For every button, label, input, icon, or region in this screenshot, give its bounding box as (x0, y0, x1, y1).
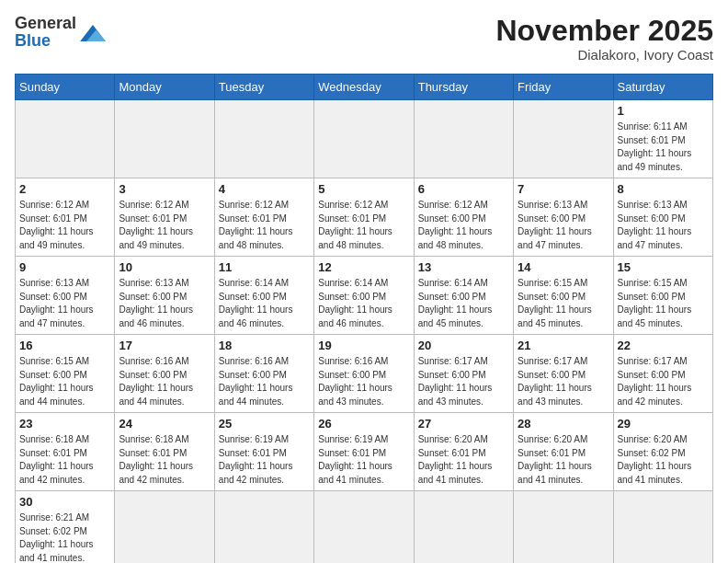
day-info: Sunrise: 6:18 AMSunset: 6:01 PMDaylight:… (19, 433, 110, 487)
calendar-cell (214, 100, 313, 178)
day-number: 1 (618, 104, 709, 118)
location: Dialakoro, Ivory Coast (495, 47, 713, 63)
calendar-week-row: 2Sunrise: 6:12 AMSunset: 6:01 PMDaylight… (16, 178, 713, 257)
day-info: Sunrise: 6:20 AMSunset: 6:01 PMDaylight:… (518, 433, 609, 487)
day-number: 15 (618, 260, 709, 274)
calendar-table: SundayMondayTuesdayWednesdayThursdayFrid… (15, 74, 713, 563)
weekday-row: SundayMondayTuesdayWednesdayThursdayFrid… (16, 75, 713, 100)
day-info: Sunrise: 6:12 AMSunset: 6:01 PMDaylight:… (19, 199, 110, 252)
day-number: 21 (518, 339, 609, 352)
day-info: Sunrise: 6:12 AMSunset: 6:01 PMDaylight:… (318, 199, 409, 252)
day-number: 2 (19, 182, 110, 196)
weekday-header: Sunday (16, 75, 115, 100)
day-info: Sunrise: 6:13 AMSunset: 6:00 PMDaylight:… (618, 199, 709, 252)
day-info: Sunrise: 6:14 AMSunset: 6:00 PMDaylight:… (318, 277, 409, 330)
day-number: 22 (618, 339, 709, 352)
calendar-cell: 29Sunrise: 6:20 AMSunset: 6:02 PMDayligh… (613, 413, 712, 491)
day-info: Sunrise: 6:21 AMSunset: 6:02 PMDaylight:… (19, 511, 110, 563)
calendar-cell: 24Sunrise: 6:18 AMSunset: 6:01 PMDayligh… (115, 413, 214, 491)
calendar-cell: 17Sunrise: 6:16 AMSunset: 6:00 PMDayligh… (115, 335, 214, 413)
calendar-cell: 14Sunrise: 6:15 AMSunset: 6:00 PMDayligh… (514, 257, 613, 335)
calendar-week-row: 9Sunrise: 6:13 AMSunset: 6:00 PMDaylight… (16, 257, 713, 335)
weekday-header: Monday (115, 75, 214, 100)
day-info: Sunrise: 6:17 AMSunset: 6:00 PMDaylight:… (418, 355, 509, 408)
month-year: November 2025 (495, 15, 713, 47)
day-info: Sunrise: 6:17 AMSunset: 6:00 PMDaylight:… (518, 355, 609, 408)
calendar-cell: 16Sunrise: 6:15 AMSunset: 6:00 PMDayligh… (16, 335, 115, 413)
day-number: 4 (219, 182, 310, 196)
day-number: 25 (219, 417, 310, 431)
calendar-cell: 20Sunrise: 6:17 AMSunset: 6:00 PMDayligh… (414, 335, 513, 413)
calendar-cell (514, 491, 613, 563)
day-info: Sunrise: 6:19 AMSunset: 6:01 PMDaylight:… (219, 433, 310, 487)
calendar-cell: 21Sunrise: 6:17 AMSunset: 6:00 PMDayligh… (514, 335, 613, 413)
calendar-cell: 1Sunrise: 6:11 AMSunset: 6:01 PMDaylight… (613, 100, 712, 178)
calendar-body: 1Sunrise: 6:11 AMSunset: 6:01 PMDaylight… (16, 100, 713, 563)
day-number: 3 (119, 182, 210, 196)
day-number: 18 (219, 339, 310, 352)
day-number: 30 (19, 495, 110, 509)
day-number: 23 (19, 417, 110, 431)
calendar-cell: 19Sunrise: 6:16 AMSunset: 6:00 PMDayligh… (314, 335, 414, 413)
weekday-header: Wednesday (314, 75, 414, 100)
day-info: Sunrise: 6:16 AMSunset: 6:00 PMDaylight:… (219, 355, 310, 408)
day-number: 28 (518, 417, 609, 431)
logo-icon (80, 25, 106, 41)
day-info: Sunrise: 6:18 AMSunset: 6:01 PMDaylight:… (119, 433, 210, 487)
day-info: Sunrise: 6:20 AMSunset: 6:02 PMDaylight:… (618, 433, 709, 487)
calendar-cell (115, 491, 214, 563)
day-info: Sunrise: 6:17 AMSunset: 6:00 PMDaylight:… (618, 355, 709, 408)
calendar-week-row: 16Sunrise: 6:15 AMSunset: 6:00 PMDayligh… (16, 335, 713, 413)
calendar-cell (314, 100, 414, 178)
day-number: 8 (618, 182, 709, 196)
calendar-cell: 10Sunrise: 6:13 AMSunset: 6:00 PMDayligh… (115, 257, 214, 335)
calendar-cell (414, 100, 513, 178)
calendar-cell: 23Sunrise: 6:18 AMSunset: 6:01 PMDayligh… (16, 413, 115, 491)
day-number: 12 (318, 260, 409, 274)
calendar-cell (613, 491, 712, 563)
calendar-cell: 28Sunrise: 6:20 AMSunset: 6:01 PMDayligh… (514, 413, 613, 491)
day-info: Sunrise: 6:13 AMSunset: 6:00 PMDaylight:… (518, 199, 609, 252)
calendar-cell: 12Sunrise: 6:14 AMSunset: 6:00 PMDayligh… (314, 257, 414, 335)
day-info: Sunrise: 6:15 AMSunset: 6:00 PMDaylight:… (19, 355, 110, 408)
logo: General Blue (15, 15, 106, 50)
title-block: November 2025 Dialakoro, Ivory Coast (495, 15, 713, 63)
day-info: Sunrise: 6:14 AMSunset: 6:00 PMDaylight:… (219, 277, 310, 330)
calendar-cell: 18Sunrise: 6:16 AMSunset: 6:00 PMDayligh… (214, 335, 313, 413)
calendar-cell: 26Sunrise: 6:19 AMSunset: 6:01 PMDayligh… (314, 413, 414, 491)
page-header: General Blue November 2025 Dialakoro, Iv… (15, 15, 713, 63)
calendar-cell: 27Sunrise: 6:20 AMSunset: 6:01 PMDayligh… (414, 413, 513, 491)
day-number: 20 (418, 339, 509, 352)
calendar-cell: 9Sunrise: 6:13 AMSunset: 6:00 PMDaylight… (16, 257, 115, 335)
calendar-cell: 13Sunrise: 6:14 AMSunset: 6:00 PMDayligh… (414, 257, 513, 335)
logo-general-text: General (15, 14, 76, 32)
calendar-week-row: 1Sunrise: 6:11 AMSunset: 6:01 PMDaylight… (16, 100, 713, 178)
day-info: Sunrise: 6:19 AMSunset: 6:01 PMDaylight:… (318, 433, 409, 487)
weekday-header: Thursday (414, 75, 513, 100)
day-number: 10 (119, 260, 210, 274)
calendar-cell: 11Sunrise: 6:14 AMSunset: 6:00 PMDayligh… (214, 257, 313, 335)
day-info: Sunrise: 6:11 AMSunset: 6:01 PMDaylight:… (618, 121, 709, 174)
day-info: Sunrise: 6:15 AMSunset: 6:00 PMDaylight:… (618, 277, 709, 330)
calendar-cell: 3Sunrise: 6:12 AMSunset: 6:01 PMDaylight… (115, 178, 214, 257)
day-info: Sunrise: 6:12 AMSunset: 6:01 PMDaylight:… (219, 199, 310, 252)
calendar-week-row: 23Sunrise: 6:18 AMSunset: 6:01 PMDayligh… (16, 413, 713, 491)
day-number: 17 (119, 339, 210, 352)
day-number: 9 (19, 260, 110, 274)
day-info: Sunrise: 6:13 AMSunset: 6:00 PMDaylight:… (119, 277, 210, 330)
day-info: Sunrise: 6:16 AMSunset: 6:00 PMDaylight:… (318, 355, 409, 408)
calendar-cell: 7Sunrise: 6:13 AMSunset: 6:00 PMDaylight… (514, 178, 613, 257)
calendar-week-row: 30Sunrise: 6:21 AMSunset: 6:02 PMDayligh… (16, 491, 713, 563)
calendar-cell (314, 491, 414, 563)
day-number: 5 (318, 182, 409, 196)
calendar-cell: 6Sunrise: 6:12 AMSunset: 6:00 PMDaylight… (414, 178, 513, 257)
calendar-cell: 4Sunrise: 6:12 AMSunset: 6:01 PMDaylight… (214, 178, 313, 257)
calendar-cell: 8Sunrise: 6:13 AMSunset: 6:00 PMDaylight… (613, 178, 712, 257)
calendar-cell (16, 100, 115, 178)
weekday-header: Tuesday (214, 75, 313, 100)
day-info: Sunrise: 6:15 AMSunset: 6:00 PMDaylight:… (518, 277, 609, 330)
calendar-cell (214, 491, 313, 563)
day-info: Sunrise: 6:14 AMSunset: 6:00 PMDaylight:… (418, 277, 509, 330)
day-number: 7 (518, 182, 609, 196)
day-number: 29 (618, 417, 709, 431)
